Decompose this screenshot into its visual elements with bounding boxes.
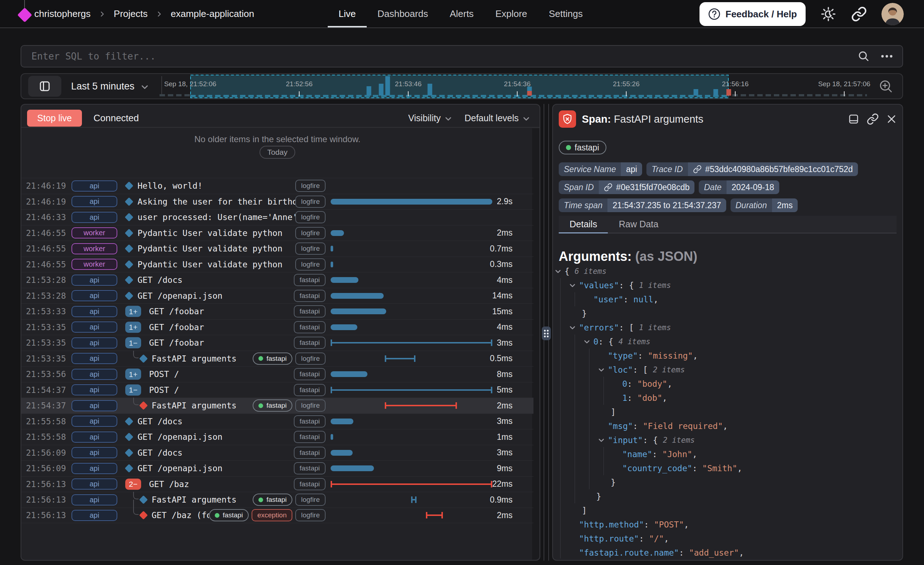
row-tag-worker[interactable]: worker	[72, 243, 117, 254]
json-line[interactable]: "input": {2 items	[553, 433, 900, 447]
trace-row[interactable]: 21:46:33apiuser processed: User(name='An…	[21, 209, 534, 225]
details-tab-details[interactable]: Details	[559, 216, 608, 233]
sidebar-toggle-button[interactable]	[28, 76, 62, 97]
row-tag-api[interactable]: api	[72, 196, 117, 207]
chip-fastapi[interactable]: fastapi	[294, 462, 326, 474]
trace-row[interactable]: 21:46:55workerPydantic User validate_pyt…	[21, 256, 534, 273]
row-tag-api[interactable]: api	[72, 353, 117, 364]
trace-row[interactable]: 21:56:13api2−GET /bazfastapi22ms	[21, 476, 534, 492]
chip-fastapi[interactable]: fastapi	[294, 431, 326, 443]
row-tag-worker[interactable]: worker	[72, 227, 117, 238]
chip-fastapi[interactable]: fastapi	[294, 415, 326, 427]
trace-row[interactable]: 21:56:13apiGET /baz (foo='ba', bar='baz'…	[21, 508, 534, 523]
chip-fastapi[interactable]: fastapi	[294, 274, 326, 286]
chip-fastapi[interactable]: fastapi	[253, 352, 292, 365]
row-span-count-badge[interactable]: 1−	[125, 337, 141, 349]
breadcrumb-item[interactable]: example-application	[171, 8, 254, 19]
row-tag-api[interactable]: api	[72, 274, 117, 286]
search-icon[interactable]	[858, 50, 870, 62]
trace-row[interactable]: 21:53:28apiGET /openapi.jsonfastapi14ms	[21, 288, 534, 304]
close-icon[interactable]	[886, 114, 897, 124]
row-tag-api[interactable]: api	[72, 432, 117, 443]
trace-row[interactable]: 21:56:09apiGET /docsfastapi3ms	[21, 445, 534, 461]
json-line[interactable]: "values": {1 items	[553, 278, 900, 292]
json-collapse-chevron-icon[interactable]	[554, 268, 562, 275]
chip-logfire[interactable]: logfire	[295, 196, 326, 208]
trace-row[interactable]: 21:46:55workerPydantic User validate_pyt…	[21, 225, 534, 241]
chip-fastapi[interactable]: fastapi	[294, 368, 326, 380]
chip-logfire[interactable]: logfire	[295, 493, 326, 506]
row-span-count-badge[interactable]: 2−	[125, 478, 141, 490]
sql-filter-input[interactable]	[21, 51, 858, 62]
json-collapse-chevron-icon[interactable]	[583, 338, 591, 345]
json-collapse-chevron-icon[interactable]	[569, 282, 576, 289]
nav-tab-dashboards[interactable]: Dashboards	[367, 0, 439, 27]
trace-row[interactable]: 21:46:55workerPydantic User validate_pyt…	[21, 241, 534, 256]
row-tag-api[interactable]: api	[72, 416, 117, 427]
json-collapse-chevron-icon[interactable]	[569, 324, 576, 331]
row-tag-worker[interactable]: worker	[72, 259, 117, 270]
chip-fastapi[interactable]: fastapi	[294, 305, 326, 318]
share-link-icon[interactable]	[851, 6, 867, 22]
row-tag-api[interactable]: api	[72, 290, 117, 301]
visibility-dropdown[interactable]: Visibility	[408, 113, 452, 123]
json-collapse-chevron-icon[interactable]	[598, 366, 605, 373]
chip-logfire[interactable]: logfire	[295, 258, 326, 271]
row-tag-api[interactable]: api	[72, 463, 117, 474]
chip-fastapi[interactable]: fastapi	[294, 478, 326, 490]
trace-row[interactable]: 21:46:19apiAsking the user for their bir…	[21, 194, 534, 210]
row-span-count-badge[interactable]: 1−	[125, 384, 141, 396]
nav-tab-settings[interactable]: Settings	[538, 0, 594, 27]
nav-tab-alerts[interactable]: Alerts	[439, 0, 484, 27]
row-span-count-badge[interactable]: 1+	[125, 369, 141, 380]
chip-logfire[interactable]: logfire	[295, 227, 326, 239]
chip-fastapi[interactable]: fastapi	[294, 384, 326, 396]
time-range-dropdown[interactable]: Last 5 minutes	[71, 74, 149, 99]
row-tag-api[interactable]: api	[72, 306, 117, 317]
chip-logfire[interactable]: logfire	[295, 399, 326, 412]
row-tag-api[interactable]: api	[72, 478, 117, 490]
theme-toggle-icon[interactable]	[820, 6, 837, 22]
trace-row[interactable]: 21:56:13apiFastAPI argumentsfastapilogfi…	[21, 492, 534, 508]
service-tag-chip[interactable]: fastapi	[559, 141, 606, 154]
details-tab-raw-data[interactable]: Raw Data	[608, 216, 669, 233]
breadcrumb-item[interactable]: Projects	[114, 8, 148, 19]
chip-logfire[interactable]: logfire	[295, 243, 326, 255]
row-tag-api[interactable]: api	[72, 212, 117, 223]
trace-row[interactable]: 21:55:58apiGET /docsfastapi3ms	[21, 414, 534, 429]
row-span-count-badge[interactable]: 1+	[125, 306, 141, 317]
row-tag-api[interactable]: api	[72, 494, 117, 505]
row-tag-api[interactable]: api	[72, 180, 117, 192]
trace-row[interactable]: 21:53:33api1+GET /foobarfastapi15ms	[21, 303, 534, 319]
chip-fastapi[interactable]: fastapi	[294, 447, 326, 459]
chip-logfire[interactable]: logfire	[295, 211, 326, 223]
nav-tab-explore[interactable]: Explore	[484, 0, 538, 27]
row-tag-api[interactable]: api	[72, 400, 117, 411]
zoom-in-icon[interactable]	[879, 79, 894, 96]
panel-resize-handle[interactable]	[542, 327, 551, 340]
trace-row[interactable]: 21:53:28apiGET /docsfastapi4ms	[21, 272, 534, 288]
trace-row[interactable]: 21:55:58apiGET /openapi.jsonfastapi1ms	[21, 429, 534, 445]
chip-fastapi[interactable]: fastapi	[253, 493, 292, 506]
breadcrumb-item[interactable]: christophergs	[34, 8, 91, 19]
chip-logfire[interactable]: logfire	[295, 509, 326, 522]
trace-row[interactable]: 21:53:56api1+POST /fastapi8ms	[21, 366, 534, 382]
stop-live-button[interactable]: Stop live	[27, 110, 82, 127]
today-button[interactable]: Today	[260, 146, 295, 159]
nav-tab-live[interactable]: Live	[328, 0, 367, 27]
row-tag-api[interactable]: api	[72, 321, 117, 333]
chip-logfire[interactable]: logfire	[295, 180, 326, 192]
json-line[interactable]: {6 items	[553, 264, 900, 278]
json-line[interactable]: 0: {4 items	[553, 334, 900, 349]
logfire-logo-icon[interactable]	[17, 7, 32, 22]
chip-exception[interactable]: exception	[252, 509, 292, 522]
trace-row[interactable]: 21:56:09apiGET /openapi.jsonfastapi9ms	[21, 460, 534, 476]
chip-fastapi[interactable]: fastapi	[294, 337, 326, 349]
row-tag-api[interactable]: api	[72, 510, 117, 521]
row-tag-api[interactable]: api	[72, 447, 117, 458]
json-collapse-chevron-icon[interactable]	[598, 436, 605, 444]
copy-link-icon[interactable]	[867, 113, 879, 125]
user-avatar[interactable]	[881, 3, 904, 25]
chip-fastapi[interactable]: fastapi	[294, 290, 326, 302]
meta-pill-span-id[interactable]: Span ID#0e31f5fd70e08cdb	[559, 180, 694, 194]
